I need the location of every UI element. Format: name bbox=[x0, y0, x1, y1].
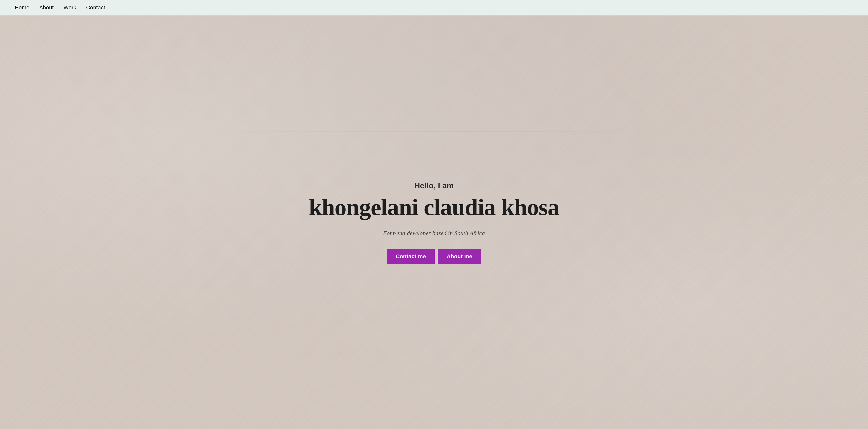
subtitle-text: Font-end developer based in South Africa bbox=[383, 230, 485, 237]
nav-home[interactable]: Home bbox=[15, 4, 30, 11]
nav-contact[interactable]: Contact bbox=[86, 4, 105, 11]
cta-buttons: Contact me About me bbox=[387, 249, 481, 264]
main-nav: Home About Work Contact bbox=[0, 0, 868, 16]
hero-section: Hello, I am khongelani claudia khosa Fon… bbox=[0, 16, 868, 429]
greeting-text: Hello, I am bbox=[414, 181, 454, 190]
nav-about[interactable]: About bbox=[39, 4, 54, 11]
nav-work[interactable]: Work bbox=[64, 4, 76, 11]
name-heading: khongelani claudia khosa bbox=[309, 194, 559, 220]
about-me-button[interactable]: About me bbox=[438, 249, 481, 264]
contact-me-button[interactable]: Contact me bbox=[387, 249, 435, 264]
